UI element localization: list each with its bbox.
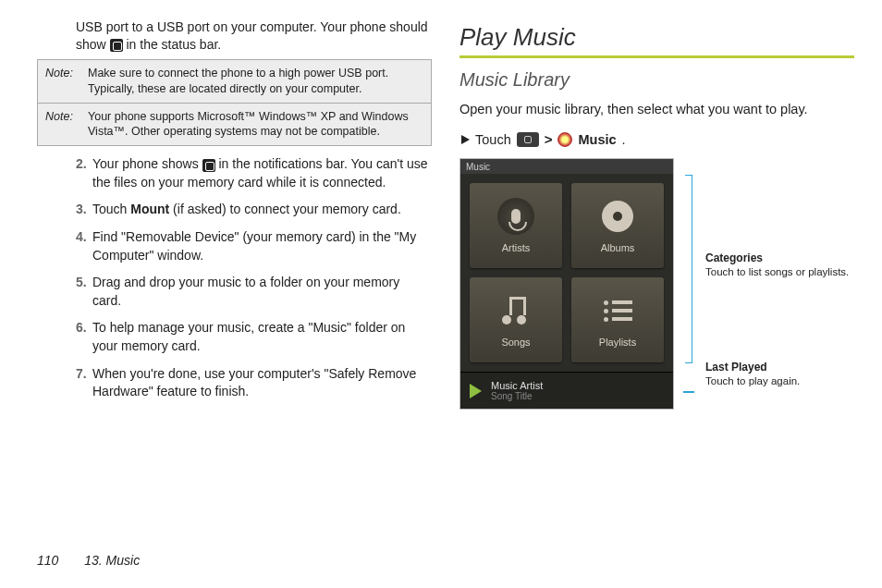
usb-icon: [110, 39, 123, 52]
step-text: Drag and drop your music to a folder on …: [92, 274, 432, 310]
step-text: When you're done, use your computer's "S…: [92, 365, 432, 401]
usb-icon: [202, 159, 215, 172]
greater-than-icon: >: [545, 131, 553, 147]
note-box-2: Note: Your phone supports Microsoft™ Win…: [37, 104, 432, 147]
music-app-icon: [557, 132, 572, 147]
step-2: 2. Your phone shows in the notifications…: [76, 155, 432, 191]
step-number: 6.: [76, 319, 92, 355]
note-label: Note:: [45, 66, 82, 97]
callout-categories: Categories Touch to list songs or playli…: [705, 251, 849, 280]
step-number: 7.: [76, 365, 92, 401]
touch-word: Touch: [475, 132, 511, 147]
phone-app-title: Music: [460, 159, 673, 174]
note-box-1: Note: Make sure to connect the phone to …: [37, 59, 432, 104]
step-3: 3. Touch Mount (if asked) to connect you…: [76, 201, 432, 219]
intro-text: Open your music library, then select wha…: [459, 100, 854, 118]
step-7: 7. When you're done, use your computer's…: [76, 365, 432, 401]
step-text: Your phone shows in the notifications ba…: [92, 155, 432, 191]
step-6: 6. To help manage your music, create a "…: [76, 319, 432, 355]
last-played-artist: Music Artist: [491, 380, 543, 391]
music-notes-icon: [500, 297, 532, 325]
callout-last-played: Last Played Touch to play again.: [705, 360, 849, 389]
last-played-bar[interactable]: Music Artist Song Title: [460, 372, 673, 409]
tile-artists[interactable]: Artists: [470, 183, 562, 268]
heading-play-music: Play Music: [459, 23, 854, 58]
home-key-icon: [517, 132, 539, 147]
music-label: Music: [578, 132, 616, 147]
subheading-music-library: Music Library: [459, 69, 854, 91]
note-text: Your phone supports Microsoft™ Windows™ …: [88, 109, 423, 141]
tile-albums[interactable]: Albums: [571, 183, 664, 268]
bullet-triangle-icon: [461, 135, 470, 144]
usb-intro-para: USB port to a USB port on your computer.…: [76, 18, 432, 54]
playlist-icon: [604, 300, 632, 322]
step-number: 2.: [76, 155, 92, 191]
disc-icon: [602, 201, 633, 232]
play-icon: [470, 384, 482, 398]
section-title: 13. Music: [84, 553, 140, 568]
tile-songs[interactable]: Songs: [470, 277, 562, 362]
step-number: 3.: [76, 201, 92, 219]
step-text: Touch Mount (if asked) to connect your m…: [92, 201, 432, 219]
page-number: 110: [37, 553, 58, 568]
step-text: To help manage your music, create a "Mus…: [92, 319, 432, 355]
tile-playlists[interactable]: Playlists: [571, 277, 664, 362]
step-4: 4. Find "Removable Device" (your memory …: [76, 228, 432, 264]
touch-instruction: Touch > Music.: [459, 131, 854, 147]
step-text: Find "Removable Device" (your memory car…: [92, 228, 432, 264]
step-number: 4.: [76, 228, 92, 264]
step-5: 5. Drag and drop your music to a folder …: [76, 274, 432, 310]
last-played-song: Song Title: [491, 391, 543, 401]
note-label: Note:: [45, 109, 82, 141]
phone-screenshot: Music Artists Albums Songs: [459, 158, 674, 410]
microphone-icon: [497, 198, 534, 235]
note-text: Make sure to connect the phone to a high…: [88, 66, 423, 97]
page-footer: 110 13. Music: [37, 553, 140, 568]
step-number: 5.: [76, 274, 92, 310]
callout-brackets: [683, 158, 696, 393]
